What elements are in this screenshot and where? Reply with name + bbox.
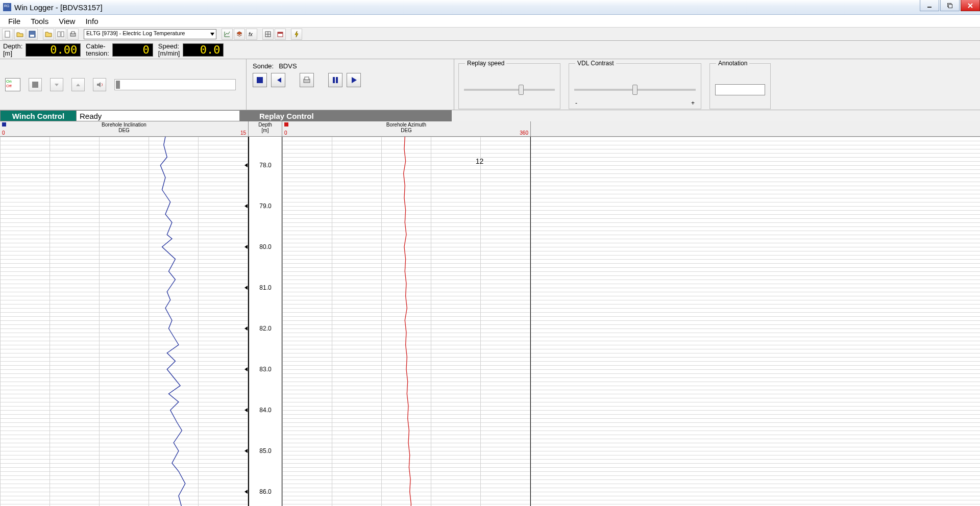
new-icon[interactable]	[2, 29, 13, 40]
print-icon[interactable]	[67, 29, 79, 40]
azim-track-name: Borehole Azimuth	[282, 121, 530, 128]
annotation-group: Annotation	[709, 63, 771, 109]
svg-rect-6	[61, 32, 64, 37]
close-button[interactable]	[961, 0, 980, 11]
depth-label: 84.0	[249, 407, 282, 414]
maximize-button[interactable]	[940, 0, 960, 11]
cable-label: Cable-	[86, 42, 105, 50]
folder-icon[interactable]	[43, 29, 54, 40]
incl-min: 0	[2, 130, 5, 136]
grid-icon[interactable]	[262, 29, 274, 40]
replay-play-icon[interactable]	[347, 73, 361, 87]
svg-rect-1	[949, 4, 952, 8]
replay-speed-group: Replay speed	[458, 63, 560, 109]
depth-readout: 0.00	[26, 43, 81, 57]
svg-rect-4	[30, 35, 34, 37]
azim-track-unit: DEG	[282, 128, 530, 133]
up-arrow-icon[interactable]	[71, 78, 85, 91]
incl-track-unit: DEG	[0, 128, 248, 133]
layers-icon[interactable]	[234, 29, 245, 40]
depth-axis: 78.079.080.081.082.083.084.085.086.0	[249, 137, 282, 506]
svg-rect-12	[278, 32, 283, 34]
replay-control-status: Replay Control	[240, 110, 452, 121]
menu-file[interactable]: File	[3, 16, 26, 27]
speed-readout: 0.0	[183, 43, 224, 57]
speaker-icon[interactable]	[93, 78, 106, 91]
minimize-button[interactable]	[920, 0, 939, 11]
depth-label: 81.0	[249, 284, 282, 291]
winch-speed-slider[interactable]	[114, 79, 236, 90]
depth-label: 79.0	[249, 203, 282, 210]
dual-page-icon[interactable]	[55, 29, 66, 40]
incl-track-name: Borehole Inclination	[0, 121, 248, 128]
svg-rect-8	[71, 32, 75, 34]
azim-min: 0	[284, 130, 287, 136]
speed-label: Speed:	[158, 42, 179, 50]
window-title: Win Logger - [BDVS3157]	[14, 3, 919, 12]
chart-icon[interactable]	[222, 29, 233, 40]
replay-stop-icon[interactable]	[253, 73, 267, 87]
sonde-select[interactable]: ELTG [9739] - Electric Log Temperature	[84, 29, 216, 39]
annotation-input[interactable]	[715, 84, 765, 95]
depth-label: Depth:	[3, 42, 22, 50]
svg-rect-16	[336, 77, 338, 83]
winch-onoff-button[interactable]: OnOff	[5, 78, 20, 91]
menu-tools[interactable]: Tools	[26, 16, 54, 27]
cable-unit: tension:	[86, 49, 109, 57]
sonde-value: BDVS	[279, 62, 297, 70]
menu-view[interactable]: View	[54, 16, 80, 27]
readout-bar: Depth:[m] 0.00 Cable-tension: 0 Speed:[m…	[0, 41, 980, 59]
depth-label: 82.0	[249, 325, 282, 332]
bolt-icon[interactable]	[291, 29, 302, 40]
ready-status: Ready	[77, 110, 240, 121]
depth-label: 85.0	[249, 447, 282, 454]
sonde-label: Sonde:	[253, 62, 274, 70]
depth-label: 86.0	[249, 488, 282, 495]
azim-color-swatch	[284, 122, 288, 127]
stop-square-icon[interactable]	[29, 78, 42, 91]
window-titlebar: Win Logger - [BDVS3157]	[0, 0, 980, 15]
svg-rect-15	[333, 77, 335, 83]
save-icon[interactable]	[27, 29, 38, 40]
svg-rect-14	[305, 77, 309, 80]
track-headers: Borehole Inclination DEG 0 15 Depth [m] …	[0, 121, 980, 137]
winch-control-status: Winch Control	[0, 110, 77, 121]
depth-track-name: Depth	[249, 121, 282, 128]
main-toolbar: ELTG [9739] - Electric Log Temperature f…	[0, 28, 980, 41]
depth-unit: [m]	[3, 49, 12, 57]
vdl-plus: +	[691, 99, 695, 107]
replay-rewind-icon[interactable]	[271, 73, 285, 87]
menu-bar: File Tools View Info	[0, 15, 980, 28]
svg-rect-5	[58, 32, 60, 37]
status-row: Winch Control Ready Replay Control	[0, 110, 980, 121]
inclination-curve	[0, 137, 248, 506]
azimuth-curve	[282, 137, 530, 506]
cable-readout: 0	[112, 43, 153, 57]
depth-label: 80.0	[249, 243, 282, 250]
replay-print-icon[interactable]	[300, 73, 314, 87]
log-plot-area[interactable]: 78.079.080.081.082.083.084.085.086.0 12	[0, 137, 980, 506]
depth-label: 83.0	[249, 366, 282, 373]
vdl-contrast-slider[interactable]	[574, 89, 696, 91]
depth-track-unit: [m]	[249, 128, 282, 133]
depth-label: 78.0	[249, 162, 282, 169]
speed-unit: [m/min]	[158, 49, 180, 57]
app-icon	[3, 3, 11, 11]
svg-text:fx: fx	[249, 32, 253, 37]
svg-rect-2	[5, 31, 10, 37]
azim-max: 360	[520, 130, 528, 136]
fx-icon[interactable]: fx	[246, 29, 257, 40]
down-arrow-icon[interactable]	[50, 78, 63, 91]
vdl-minus: -	[575, 99, 577, 107]
open-icon[interactable]	[14, 29, 26, 40]
replay-speed-slider[interactable]	[464, 89, 555, 91]
incl-color-swatch	[2, 122, 6, 127]
menu-info[interactable]: Info	[80, 16, 103, 27]
incl-max: 15	[240, 130, 246, 136]
annotation-12: 12	[476, 157, 484, 165]
replay-pause-icon[interactable]	[328, 73, 342, 87]
calendar-icon[interactable]	[275, 29, 286, 40]
vdl-contrast-group: VDL Contrast - +	[569, 63, 701, 109]
